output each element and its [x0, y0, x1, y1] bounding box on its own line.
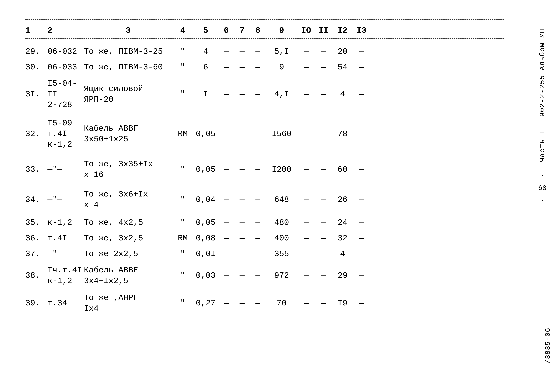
cell-col10: —: [297, 165, 315, 174]
cell-col13: —: [353, 47, 370, 56]
cell-col5: I: [193, 90, 218, 99]
table-row: 39. т.34 То же ,АНРГ Iх4 " 0,27 — — — 70…: [25, 289, 504, 317]
cell-col9: I560: [266, 129, 297, 139]
column-headers: 1 2 3 4 5 6 7 8 9 IO II I2 I3: [25, 26, 504, 39]
cell-col5: 0,0I: [193, 249, 218, 259]
cell-num: 33.: [25, 165, 46, 174]
table-row: 3I. I5-04-II 2-728 Ящик силовой ЯРП-20 "…: [25, 75, 504, 114]
cell-col4: ": [172, 271, 193, 280]
table-row: 30. 06-033 То же, ПIBМ-3-60 " 6 — — — 9 …: [25, 59, 504, 75]
cell-col3: То же, 3х35+Iх х 16: [84, 159, 172, 180]
cell-col3: Ящик силовой ЯРП-20: [84, 84, 172, 105]
cell-col2: к-1,2: [46, 218, 84, 227]
cell-col5: 0,05: [193, 218, 218, 227]
cell-col10: —: [297, 47, 315, 56]
cell-col10: —: [297, 218, 315, 227]
cell-col8: —: [250, 129, 266, 139]
cell-col12: 20: [332, 47, 353, 56]
col-header-5: 5: [193, 26, 218, 35]
cell-col8: —: [250, 195, 266, 204]
cell-col8: —: [250, 218, 266, 227]
cell-col6: —: [218, 195, 234, 204]
cell-col5: 0,08: [193, 234, 218, 243]
cell-col10: —: [297, 195, 315, 204]
col-header-2: 2: [46, 26, 84, 35]
table-row: 35. к-1,2 То же, 4х2,5 " 0,05 — — — 480 …: [25, 215, 504, 230]
cell-col4: ": [172, 249, 193, 259]
col-header-12: I2: [332, 26, 353, 35]
cell-col10: —: [297, 90, 315, 99]
cell-col5: 6: [193, 63, 218, 72]
cell-col6: —: [218, 234, 234, 243]
cell-col11: —: [315, 165, 332, 174]
cell-col10: —: [297, 299, 315, 308]
cell-col8: —: [250, 63, 266, 72]
cell-col4: ": [172, 63, 193, 72]
cell-col8: —: [250, 165, 266, 174]
cell-col6: —: [218, 271, 234, 280]
cell-col8: —: [250, 249, 266, 259]
cell-col4: ": [172, 299, 193, 308]
cell-col13: —: [353, 234, 370, 243]
cell-col9: 480: [266, 218, 297, 227]
cell-col9: 355: [266, 249, 297, 259]
cell-col4: ": [172, 218, 193, 227]
cell-num: 32.: [25, 129, 46, 139]
cell-col11: —: [315, 63, 332, 72]
cell-col3: Кабель АВВE 3х4+Iх2,5: [84, 265, 172, 286]
cell-col12: 4: [332, 90, 353, 99]
cell-col4: ": [172, 90, 193, 99]
cell-col12: 60: [332, 165, 353, 174]
side-text-bottom-num: 68: [538, 184, 547, 192]
cell-col4: ": [172, 47, 193, 56]
side-text-top: 902-2-255 Альбом УП: [538, 29, 546, 117]
cell-col6: —: [218, 299, 234, 308]
side-text-middle: Часть I: [538, 129, 546, 162]
cell-col7: —: [234, 218, 250, 227]
cell-col5: 0,05: [193, 165, 218, 174]
cell-col11: —: [315, 195, 332, 204]
cell-col3: То же ,АНРГ Iх4: [84, 292, 172, 314]
cell-col5: 0,04: [193, 195, 218, 204]
cell-col13: —: [353, 129, 370, 139]
cell-col2: —"—: [46, 195, 84, 204]
cell-col5: 0,03: [193, 271, 218, 280]
cell-col2: —"—: [46, 249, 84, 259]
cell-num: 39.: [25, 299, 46, 308]
main-content: 1 2 3 4 5 6 7 8 9 IO II I2 I3 29. 06-032…: [25, 19, 504, 317]
cell-col3: То же, 3х6+Iх х 4: [84, 189, 172, 210]
cell-col4: ": [172, 195, 193, 204]
table-row: 37. —"— То же 2х2,5 " 0,0I — — — 355 — —…: [25, 246, 504, 262]
col-header-11: II: [315, 26, 332, 35]
cell-col7: —: [234, 47, 250, 56]
side-text-dot: ·: [540, 171, 544, 179]
cell-col4: RМ: [172, 129, 193, 139]
cell-col12: 32: [332, 234, 353, 243]
cell-num: 37.: [25, 249, 46, 259]
cell-col12: 54: [332, 63, 353, 72]
cell-col10: —: [297, 249, 315, 259]
cell-col13: —: [353, 195, 370, 204]
cell-col13: —: [353, 299, 370, 308]
cell-col6: —: [218, 249, 234, 259]
col-header-1: 1: [25, 26, 46, 35]
cell-col10: —: [297, 234, 315, 243]
cell-col3: Кабель АВВГ 3х50+1х25: [84, 123, 172, 145]
cell-col7: —: [234, 271, 250, 280]
table-row: 32. I5-09 т.4I к-1,2 Кабель АВВГ 3х50+1х…: [25, 114, 504, 154]
cell-col7: —: [234, 63, 250, 72]
side-text-dot2: ·: [540, 197, 544, 205]
top-dashed-line: [25, 19, 504, 20]
cell-col12: 29: [332, 271, 353, 280]
cell-col6: —: [218, 218, 234, 227]
cell-col9: 5,I: [266, 47, 297, 56]
cell-col7: —: [234, 90, 250, 99]
cell-col8: —: [250, 47, 266, 56]
cell-col8: —: [250, 90, 266, 99]
cell-col3: То же, 4х2,5: [84, 218, 172, 227]
col-header-10: IO: [297, 26, 315, 35]
cell-col8: —: [250, 299, 266, 308]
cell-col12: 4: [332, 249, 353, 259]
cell-col12: 78: [332, 129, 353, 139]
cell-col5: 0,05: [193, 129, 218, 139]
